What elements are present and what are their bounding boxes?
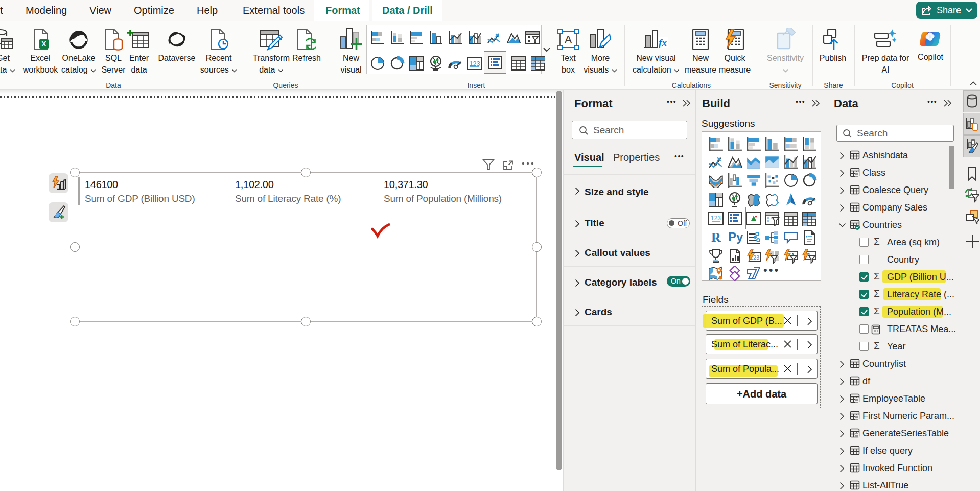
svg-text:Py: Py bbox=[728, 230, 743, 244]
svg-text:123: 123 bbox=[469, 60, 480, 67]
svg-text:123: 123 bbox=[711, 215, 721, 222]
svg-text:X: X bbox=[41, 40, 46, 48]
svg-text:fx: fx bbox=[659, 37, 667, 48]
svg-text:A: A bbox=[565, 33, 572, 46]
